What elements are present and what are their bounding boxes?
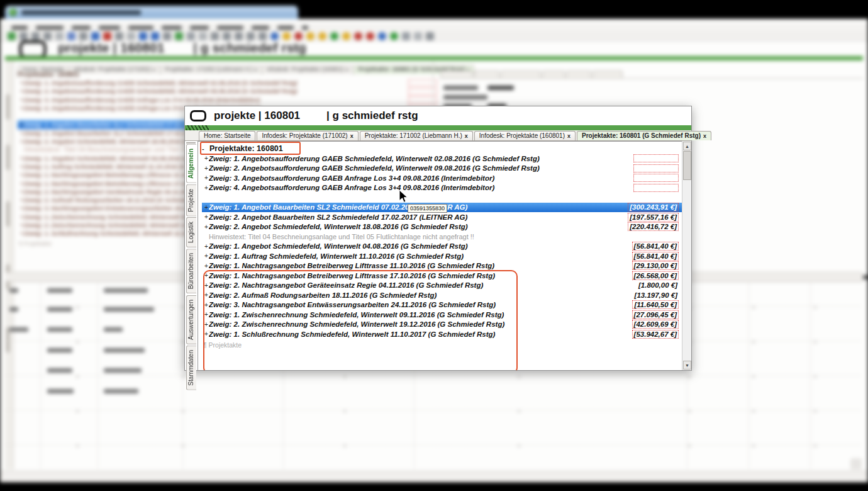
- expand-icon: +: [18, 171, 24, 179]
- table-cell-text: [104, 348, 145, 353]
- app-logo-icon: [190, 110, 206, 121]
- menu-item: [11, 26, 28, 30]
- tooltip: 03591355830: [408, 204, 447, 213]
- expand-icon: +: [18, 154, 24, 162]
- side-tab-büroarbeiten[interactable]: Büroarbeiten: [186, 249, 196, 293]
- tree-row-text: Zweig: 1. Angebotsaufforderung GAEB Schm…: [24, 79, 423, 87]
- menu-item: [302, 26, 308, 30]
- table-cell-text: [47, 288, 72, 293]
- vertical-scrollbar[interactable]: ▲ ▼: [682, 141, 691, 370]
- os-title-text: [21, 10, 141, 15]
- tree-row[interactable]: +Zweig: 2. Aufmaß Rodungsarbeiten 18.11.…: [202, 290, 682, 300]
- tree-row[interactable]: +Zweig: 2. Angebotsaufforderung GAEB Sch…: [202, 164, 682, 174]
- tree-row-text: Zweig: 1. Angebotsaufforderung GAEB Schm…: [209, 155, 633, 162]
- tree-row[interactable]: +Zweig: 1. Nachtragsangebot Betreiberweg…: [202, 261, 682, 271]
- project-tree: - Projektakte: 160801 +Zweig: 1. Angebot…: [198, 141, 682, 370]
- close-icon[interactable]: x: [567, 133, 570, 139]
- tree-row-text: Zweig: 2. Angebotsaufforderung GAEB Schm…: [209, 164, 633, 172]
- side-tab-logistik[interactable]: Logistik: [186, 217, 196, 247]
- tree-row[interactable]: +Zweig: 2. Angebot Schmiedefeld, Winterw…: [202, 222, 682, 232]
- toolbar-icon: [199, 32, 207, 40]
- toolbar-icon: [294, 32, 303, 40]
- toolbar-icon: [175, 32, 183, 40]
- tree-row-text: Zweig: 1. Zwischenrechnung Schmiedefeld,…: [209, 311, 632, 319]
- table-cell-text: [9, 307, 18, 312]
- tree-row[interactable]: +Zweig: 1. Angebotsaufforderung GAEB Sch…: [202, 154, 682, 164]
- side-tab-stub: [186, 142, 196, 144]
- side-tab-stammdaten[interactable]: Stammdaten: [186, 346, 196, 390]
- tab-1[interactable]: Home: Startseite: [199, 131, 255, 140]
- green-accent-bar: [5, 56, 863, 60]
- expand-icon: +: [202, 291, 209, 298]
- grid-plus-icon: +: [181, 442, 185, 449]
- expand-icon: +: [18, 213, 24, 221]
- tree-row[interactable]: +Zweig: 3. Nachtragsangebot Entwässerung…: [202, 300, 682, 310]
- table-cell-text: [47, 327, 72, 332]
- tab-5[interactable]: Projektakte: 160801 (G Schmiedef Rstg)x: [577, 131, 711, 140]
- expand-icon: +: [202, 321, 209, 328]
- grid-plus-icon: +: [813, 303, 817, 311]
- tree-row[interactable]: +Zweig: 2. Nachtragsangebot Geräteeinsat…: [202, 281, 682, 291]
- tree-row-text: Hinweistext: Titel 04 Beschneiungsanlage…: [209, 233, 679, 240]
- grid-plus-icon: +: [813, 338, 817, 346]
- side-tab-allgemein[interactable]: Allgemein: [186, 144, 196, 183]
- tree-row-amount: [633, 174, 679, 182]
- tree-row[interactable]: +Zweig: 2. Angebotsaufforderung GAEB Sch…: [18, 87, 426, 95]
- grid-plus-icon: +: [75, 442, 79, 449]
- toolbar-icon: [31, 32, 40, 40]
- tree-row[interactable]: +Zweig: 2. Zwischenrechnung Schmiedefeld…: [202, 320, 682, 330]
- os-titlebar: [5, 6, 298, 19]
- side-tab-auswertungen[interactable]: Auswertungen: [186, 295, 196, 344]
- toolbar-icon: [342, 32, 350, 40]
- close-icon[interactable]: x: [703, 133, 706, 139]
- tree-row-amount: [13.197,90 €]: [633, 291, 679, 299]
- grid-plus-icon: +: [75, 303, 79, 311]
- scroll-down-icon[interactable]: ▼: [683, 361, 691, 370]
- tree-root-row[interactable]: - Projektakte: 160801: [202, 143, 682, 154]
- toolbar-icon: [115, 32, 123, 40]
- table-cell-text: [104, 327, 123, 332]
- tree-row-amount: [300.243,91 €]: [628, 203, 679, 212]
- side-tab-projekte[interactable]: Projekte: [186, 184, 196, 217]
- grid-plus-icon: +: [517, 373, 521, 380]
- expand-icon: +: [202, 330, 209, 337]
- grid-plus-icon: +: [343, 373, 347, 380]
- tree-row[interactable]: +Zweig: 3. Angebotsaufforderung GAEB Anf…: [202, 173, 682, 183]
- tree-row[interactable]: +Zweig: 1. Angebotsaufforderung GAEB Sch…: [18, 79, 426, 87]
- grid-line-v: [97, 272, 98, 469]
- grid-plus-icon: +: [752, 373, 755, 380]
- toolbar-icon: [103, 32, 111, 40]
- expand-icon: +: [18, 204, 24, 212]
- tab-4[interactable]: Infodesk: Projektakte (160801)x: [474, 131, 576, 140]
- tree-row[interactable]: Hinweistext: Titel 04 Beschneiungsanlage…: [202, 232, 682, 242]
- tree-row[interactable]: +Zweig: 1. Nachtragsangebot Betreiberweg…: [202, 271, 682, 281]
- grid-plus-icon: +: [517, 407, 521, 415]
- tab-3[interactable]: Projektakte: 171002 (Liebmann H.)x: [360, 131, 473, 140]
- tree-row-amount: [56.841,40 €]: [632, 252, 679, 261]
- toolbar-icon: [223, 32, 231, 40]
- scrollbar-thumb[interactable]: [683, 151, 691, 180]
- tree-row-amount: [42.609,69 €]: [632, 320, 679, 329]
- expand-icon: +: [18, 188, 24, 196]
- tree-row[interactable]: +Zweig: 3. Angebotsaufforderung GAEB Anf…: [18, 96, 426, 104]
- expand-icon: +: [202, 165, 209, 172]
- panel-value: [487, 86, 514, 90]
- toolbar-icon: [378, 32, 386, 40]
- collapse-icon[interactable]: -: [202, 145, 209, 152]
- tab-2[interactable]: Infodesk: Projektakte (171002)x: [257, 131, 358, 140]
- tree-row[interactable]: +Zweig: 1. Schlußrechnung Schmiedefeld, …: [202, 329, 682, 339]
- tree-row[interactable]: +Zweig: 4. Angebotsaufforderung GAEB Anf…: [202, 183, 682, 193]
- grid-line-h: [5, 375, 860, 376]
- tree-row[interactable]: +Zweig: 1. Zwischenrechnung Schmiedefeld…: [202, 310, 682, 320]
- expand-icon: +: [202, 272, 209, 279]
- tree-row[interactable]: +Zweig: 1. Auftrag Schmiedefeld, Winterw…: [202, 251, 682, 261]
- tree-row[interactable]: +Zweig: 2. Angebot Bauarbeiten SL2 Schmi…: [202, 212, 682, 222]
- scroll-up-icon[interactable]: ▲: [683, 142, 691, 150]
- tree-row-text: Zweig: 1. Nachtragsangebot Betreiberweg …: [209, 272, 632, 279]
- tree-row[interactable]: +Zweig: 1. Angebot Schmiedefeld, Winterw…: [202, 242, 682, 252]
- close-icon[interactable]: x: [465, 133, 468, 139]
- close-icon[interactable]: x: [350, 133, 353, 139]
- grid-plus-icon: +: [75, 407, 79, 415]
- tree-row-amount: [27.096,45 €]: [632, 310, 679, 319]
- expand-icon: +: [202, 223, 209, 230]
